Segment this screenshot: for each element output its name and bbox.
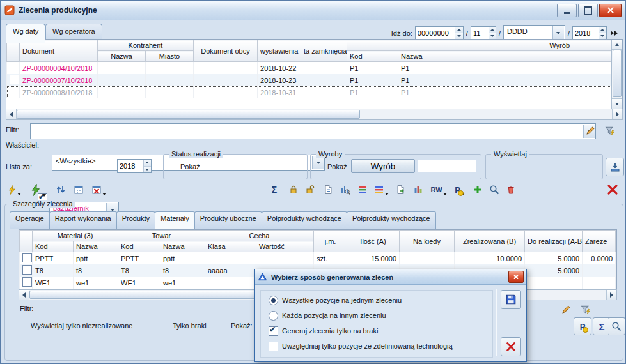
tab-produkty[interactable]: Produkty bbox=[116, 211, 155, 229]
header-na-kiedy[interactable]: Na kiedy bbox=[400, 231, 455, 252]
scroll-down-button[interactable] bbox=[612, 98, 622, 109]
goto-year-spinner[interactable] bbox=[572, 26, 607, 40]
scroll-up-button[interactable] bbox=[612, 40, 622, 50]
header-nazwa[interactable]: Nazwa bbox=[98, 51, 146, 62]
row-checkbox[interactable] bbox=[22, 265, 32, 275]
order-row[interactable]: ZP-00000008/10/2018 2018-10-31 P1 P1 bbox=[7, 86, 611, 98]
header-nazwa2[interactable]: Nazwa bbox=[160, 241, 205, 252]
scroll-right-button[interactable] bbox=[612, 109, 622, 119]
dialog-close-button[interactable] bbox=[508, 271, 524, 283]
list-view-button[interactable] bbox=[355, 182, 370, 197]
goto-number-spinner[interactable] bbox=[415, 26, 464, 40]
tab-produkty-uboczne[interactable]: Produkty uboczne bbox=[194, 211, 262, 229]
close-button[interactable] bbox=[599, 4, 622, 17]
scrollbar-thumb[interactable] bbox=[613, 50, 622, 97]
goto-number-up[interactable] bbox=[455, 27, 463, 34]
analysis-button[interactable] bbox=[338, 182, 353, 197]
radio-each-separate[interactable] bbox=[269, 311, 278, 321]
checkbox-only-with-technology[interactable] bbox=[269, 342, 278, 351]
checkbox-only-shortages[interactable]: ✔ bbox=[269, 326, 278, 336]
header-nazwa2[interactable]: Nazwa bbox=[398, 51, 611, 62]
year-down[interactable] bbox=[144, 167, 151, 173]
header-wystawienia[interactable]: wystawienia bbox=[258, 40, 301, 62]
goto-month-spinner[interactable] bbox=[471, 26, 496, 40]
header-do-realizacji[interactable]: Do realizacji (A-B) bbox=[525, 231, 583, 252]
maximize-button[interactable] bbox=[578, 4, 598, 17]
goto-number-input[interactable] bbox=[416, 27, 455, 40]
unlock-button[interactable] bbox=[302, 182, 318, 197]
close-order-button[interactable] bbox=[89, 182, 108, 197]
tab-operacje[interactable]: Operacje bbox=[10, 211, 50, 229]
header-wyrob[interactable]: Wyrób bbox=[347, 40, 611, 51]
filter-combo[interactable] bbox=[30, 123, 596, 139]
header-zrealizowana[interactable]: Zrealizowana (B) bbox=[455, 231, 525, 252]
tab-polprodukty-wychodzace[interactable]: Półprodukty wychodzące bbox=[347, 211, 436, 229]
goto-year-up[interactable] bbox=[599, 27, 606, 34]
goto-forward-button[interactable] bbox=[609, 31, 619, 36]
option-only-with-technology[interactable]: Uwzględniaj tylko pozycje ze zdefiniowan… bbox=[269, 340, 492, 352]
row-checkbox[interactable] bbox=[22, 253, 32, 262]
header-ilosc[interactable]: Ilość (A) bbox=[347, 231, 400, 252]
orders-hscrollbar[interactable] bbox=[6, 109, 623, 120]
option-only-shortages[interactable]: ✔ Generuj zlecenia tylko na braki bbox=[269, 325, 492, 337]
header-zamkniecia[interactable]: ta zamknięcia bbox=[301, 40, 347, 62]
columns-button[interactable] bbox=[411, 182, 426, 197]
export-document-button[interactable] bbox=[320, 182, 336, 197]
header-nazwa[interactable]: Nazwa bbox=[74, 241, 118, 252]
header-dokument-obcy[interactable]: Dokument obcy bbox=[194, 40, 258, 62]
header-towar[interactable]: Towar bbox=[118, 231, 205, 241]
option-all-on-one[interactable]: Wszystkie pozycje na jednym zleceniu bbox=[269, 294, 492, 306]
header-kontrahent[interactable]: Kontrahent bbox=[98, 40, 194, 51]
details-filter-apply-button[interactable] bbox=[577, 301, 593, 317]
row-checkbox[interactable] bbox=[22, 277, 32, 287]
vertical-scrollbar[interactable] bbox=[611, 40, 622, 109]
header-cecha[interactable]: Cecha bbox=[205, 231, 314, 241]
rw-document-button[interactable]: RW bbox=[428, 182, 450, 197]
send-document-button[interactable] bbox=[393, 182, 409, 197]
combo-arrow-icon[interactable] bbox=[552, 26, 564, 40]
delete-button[interactable] bbox=[503, 182, 519, 197]
radio-all-on-one[interactable] bbox=[269, 296, 278, 305]
preview-button[interactable] bbox=[487, 182, 502, 197]
row-checkbox[interactable] bbox=[10, 87, 19, 96]
header-kod2[interactable]: Kod bbox=[118, 241, 160, 252]
goto-year-input[interactable] bbox=[573, 27, 599, 40]
year-up[interactable] bbox=[144, 160, 151, 167]
header-zarezerwowana[interactable]: Zareze bbox=[583, 231, 616, 252]
minimize-button[interactable] bbox=[557, 4, 577, 17]
header-klasa[interactable]: Klasa bbox=[205, 241, 256, 252]
scroll-left-button[interactable] bbox=[19, 290, 29, 300]
row-checkbox[interactable] bbox=[10, 75, 19, 84]
goto-month-input[interactable] bbox=[471, 27, 489, 40]
generate-orders-button[interactable] bbox=[27, 181, 48, 199]
order-row[interactable]: ZP-00000004/10/2018 2018-10-22 P1 P1 bbox=[7, 62, 611, 75]
header-kod[interactable]: Kod bbox=[347, 51, 398, 62]
header-miasto[interactable]: Miasto bbox=[146, 51, 194, 62]
scrollbar-thumb[interactable] bbox=[17, 110, 360, 119]
tab-polprodukty-wchodzace[interactable]: Półprodukty wchodzące bbox=[262, 211, 347, 229]
header-wartosc[interactable]: Wartość bbox=[256, 241, 314, 252]
tab-raport-wykonania[interactable]: Raport wykonania bbox=[49, 211, 117, 229]
header-material[interactable]: Materiał (3) bbox=[33, 231, 118, 241]
details-filter-edit-button[interactable] bbox=[558, 301, 574, 317]
add-button[interactable] bbox=[470, 182, 485, 197]
material-row[interactable]: PPTT pptt PPTT pptt szt. 15.0000 10.0000… bbox=[20, 252, 616, 265]
row-checkbox[interactable] bbox=[10, 63, 19, 72]
calendar-button[interactable] bbox=[71, 182, 86, 197]
tab-materialy[interactable]: Materiały bbox=[155, 211, 195, 229]
panel-collapse-button[interactable] bbox=[606, 158, 624, 176]
year-input[interactable] bbox=[118, 160, 143, 172]
generate-p-document-button[interactable]: P bbox=[574, 317, 591, 335]
scroll-left-button[interactable] bbox=[6, 109, 17, 119]
year-spinner[interactable] bbox=[117, 159, 152, 173]
goto-month-up[interactable] bbox=[489, 27, 496, 34]
scroll-right-button[interactable] bbox=[606, 290, 616, 300]
list-options-button[interactable] bbox=[372, 182, 391, 197]
wyrob-button[interactable]: Wyrób bbox=[351, 159, 415, 173]
header-kod[interactable]: Kod bbox=[33, 241, 74, 252]
lock-button[interactable] bbox=[286, 182, 301, 197]
p-document-button[interactable]: P bbox=[451, 182, 469, 197]
option-each-separate[interactable]: Każda pozycja na innym zleceniu bbox=[269, 310, 492, 321]
sort-button[interactable] bbox=[53, 182, 68, 197]
details-preview-button[interactable] bbox=[608, 317, 625, 335]
